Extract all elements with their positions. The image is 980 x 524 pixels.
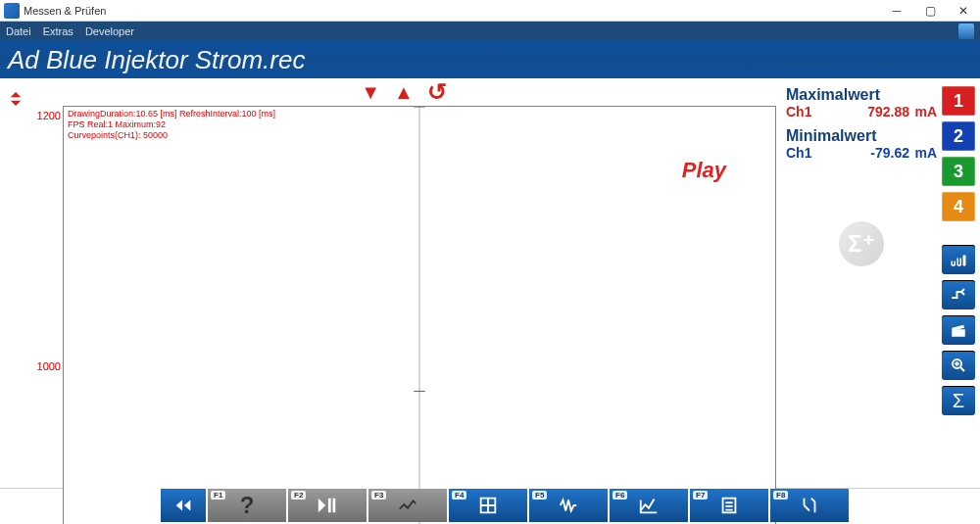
min-title: Minimalwert [786,127,937,145]
window-titlebar: Messen & Prüfen ─ ▢ ✕ [0,0,980,22]
channel-2-button[interactable]: 2 [942,121,975,151]
f4-grid-button[interactable]: F4 [449,489,527,522]
minimize-button[interactable]: ─ [880,0,913,22]
svg-marker-0 [11,92,22,97]
close-button[interactable]: ✕ [947,0,980,22]
channel-3-button[interactable]: 3 [942,157,975,186]
trigger-button[interactable] [942,280,975,310]
file-title: Ad Blue Injektor Strom.rec [8,45,305,75]
f1-help-button[interactable]: F1? [208,489,286,522]
channel-1-button[interactable]: 1 [942,86,975,116]
f8-auto-button[interactable]: F8 [770,489,849,522]
menu-bar: Datei Extras Developer [0,22,980,41]
menu-extras[interactable]: Extras [43,25,74,37]
f5-wave-button[interactable]: F5 [529,489,608,522]
menu-datei[interactable]: Datei [6,25,31,37]
triangle-down-icon[interactable]: ▼ [361,81,380,104]
chart-toolbar: ▼ ▲ ↺ [31,78,776,106]
f6-trend-button[interactable]: F6 [610,489,688,522]
reset-icon[interactable]: ↺ [427,78,447,106]
file-title-bar: Ad Blue Injektor Strom.rec [0,41,980,78]
menu-corner-icon[interactable] [958,24,974,39]
play-label: Play [682,158,726,183]
min-value-block: Minimalwert Ch1 -79.62 mA [786,127,937,161]
maximize-button[interactable]: ▢ [913,0,947,22]
zoom-in-button[interactable] [942,351,975,380]
f2-pause-button[interactable]: F2 [288,489,367,522]
chart-debug-overlay: DrawingDuration:10.65 [ms] RefreshInterv… [68,109,275,141]
cursor-mode-button[interactable] [942,245,975,274]
max-unit: mA [909,104,937,119]
svg-marker-1 [11,101,22,106]
clapper-button[interactable] [942,315,975,345]
max-channel: Ch1 [786,104,821,119]
f3-signal-button[interactable]: F3 [368,489,447,522]
triangle-up-icon[interactable]: ▲ [394,81,414,104]
app-icon [4,3,20,19]
max-value: 792.88 [821,104,909,119]
rewind-button[interactable] [161,489,206,522]
menu-developer[interactable]: Developer [85,25,134,37]
sum-button[interactable]: Σ [942,386,975,415]
channel-4-button[interactable]: 4 [942,192,975,221]
f7-list-button[interactable]: F7 [690,489,768,522]
window-title: Messen & Prüfen [24,5,880,17]
chart-canvas[interactable]: DrawingDuration:10.65 [ms] RefreshInterv… [63,106,776,524]
min-channel: Ch1 [786,145,821,161]
y-axis: 1200 1000 800 600 400 200 0 -200 mA [31,106,63,524]
drag-vertical-icon[interactable] [9,92,23,106]
sigma-button[interactable]: Σ⁺ [839,221,884,266]
min-unit: mA [909,145,937,161]
svg-rect-5 [952,329,965,337]
max-value-block: Maximalwert Ch1 792.88 mA [786,86,937,119]
max-title: Maximalwert [786,86,937,104]
min-value: -79.62 [821,145,909,161]
